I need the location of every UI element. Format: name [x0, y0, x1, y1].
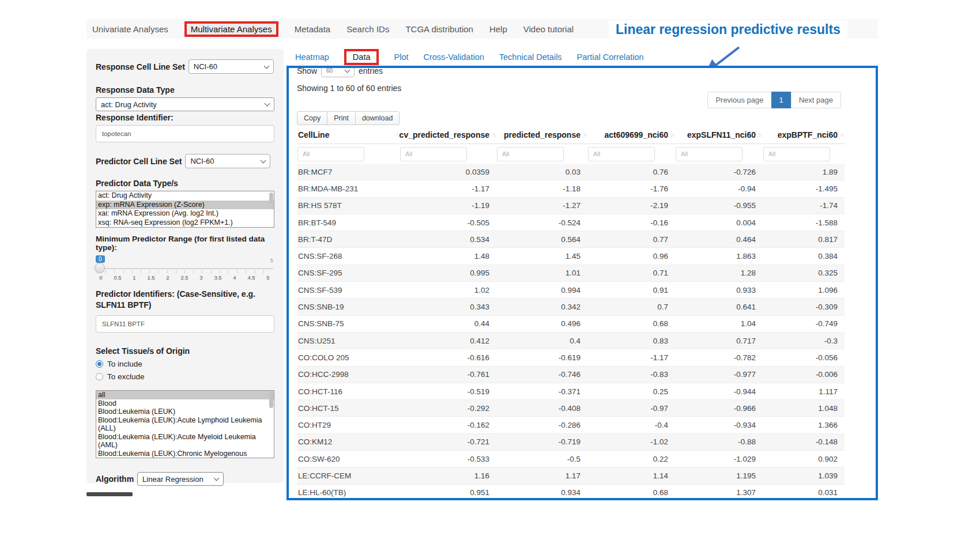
- pagination: Previous page 1 Next page: [707, 92, 841, 108]
- print-button[interactable]: Print: [327, 111, 356, 125]
- table-row[interactable]: CNS:SNB-190.3430.3420.70.641-0.309: [297, 299, 845, 315]
- listbox-option[interactable]: Blood: [96, 399, 274, 408]
- listbox-option[interactable]: Blood:Leukemia (LEUK):Chronic Myelogenou…: [96, 450, 274, 459]
- listbox-option[interactable]: xai: mRNA Expression (Avg. log2 Int.): [96, 209, 274, 218]
- table-row[interactable]: LE:HL-60(TB)0.9510.9340.681.3070.031: [297, 485, 845, 500]
- slider-tick-label: 0.5: [112, 274, 123, 281]
- listbox-option[interactable]: act: Drug Activity: [96, 191, 274, 201]
- value-cell: 0.4: [496, 337, 587, 345]
- page-length-select[interactable]: 60: [321, 66, 355, 77]
- tab-cross-validation[interactable]: Cross-Validation: [423, 52, 484, 62]
- tab-partial-correlation[interactable]: Partial Correlation: [577, 52, 644, 62]
- listbox-option[interactable]: Blood:Leukemia (LEUK):Acute Myeloid Leuk…: [96, 433, 274, 450]
- table-row[interactable]: CNS:SF-5391.020.9940.910.9331.096: [297, 282, 845, 299]
- predictor-identifiers-input[interactable]: [96, 315, 274, 333]
- tab-technical-details[interactable]: Technical Details: [499, 52, 562, 62]
- tissue-include-radio[interactable]: To include: [96, 360, 274, 368]
- table-row[interactable]: CO:SW-620-0.533-0.50.22-1.0290.902: [297, 451, 845, 467]
- table-info-text: Showing 1 to 60 of 60 entries: [297, 84, 401, 93]
- column-filter-input-act609699_nci60[interactable]: [588, 147, 655, 161]
- previous-page-button[interactable]: Previous page: [707, 92, 771, 108]
- scrollbar-thumb[interactable]: [269, 392, 273, 408]
- nav-item-multivariate-analyses[interactable]: Multivariate Analyses: [184, 21, 278, 37]
- predictor-data-types-listbox[interactable]: act: Drug Activityexp: mRNA Expression (…: [96, 191, 274, 228]
- table-row[interactable]: CNS:SF-2950.9951.010.711.280.325: [297, 265, 845, 282]
- nav-item-metadata[interactable]: Metadata: [295, 24, 331, 34]
- tissue-listbox[interactable]: allBloodBlood:Leukemia (LEUK)Blood:Leuke…: [96, 390, 274, 458]
- column-filter-input-cellline[interactable]: [297, 147, 364, 161]
- show-entries-control: Show 60 entries: [297, 66, 383, 77]
- cell-line-cell: CO:HCT-15: [297, 404, 399, 413]
- nav-item-search-ids[interactable]: Search IDs: [346, 24, 389, 34]
- nav-item-video-tutorial[interactable]: Video tutorial: [523, 24, 574, 34]
- nav-item-univariate-analyses[interactable]: Univariate Analyses: [92, 24, 168, 34]
- column-header-expslfn11_nci60[interactable]: expSLFN11_nci60↑↓: [675, 130, 763, 139]
- listbox-option[interactable]: exp: mRNA Expression (Z-Score): [96, 201, 274, 210]
- sort-icon[interactable]: ↑↓: [758, 131, 762, 138]
- value-cell: 1.17: [496, 471, 587, 480]
- column-header-expbptf_nci60[interactable]: expBPTF_nci60↑↓: [763, 130, 845, 139]
- table-row[interactable]: BR:MCF70.03590.030.76-0.7261.89: [297, 164, 845, 180]
- current-page-button[interactable]: 1: [771, 92, 791, 108]
- listbox-option[interactable]: xsq: RNA-seq Expression (log2 FPKM+1.): [96, 218, 274, 228]
- sort-icon[interactable]: ↑↓: [492, 131, 495, 138]
- table-row[interactable]: CNS:U2510.4120.40.830.717-0.3: [297, 333, 845, 349]
- response-data-type-select[interactable]: act: Drug Activity: [96, 97, 274, 111]
- results-tabbar: HeatmapDataPlotCross-ValidationTechnical…: [295, 48, 644, 66]
- column-header-predicted_response[interactable]: predicted_response↑↓: [496, 130, 587, 139]
- listbox-option[interactable]: Blood:Leukemia (LEUK): [96, 407, 274, 416]
- table-row[interactable]: BR:MDA-MB-231-1.17-1.18-1.76-0.94-1.495: [297, 180, 845, 197]
- column-filter-input-predicted_response[interactable]: [497, 147, 564, 161]
- table-row[interactable]: CO:KM12-0.721-0.719-1.02-0.88-0.148: [297, 434, 845, 451]
- min-predictor-range-slider: 0 5 00.511.522.533.544.55: [96, 255, 273, 283]
- value-cell: 0.343: [399, 303, 496, 311]
- slider-tick-labels: 00.511.522.533.544.55: [96, 274, 273, 281]
- tissue-origin-label: Select Tissue/s of Origin: [96, 346, 274, 356]
- table-row[interactable]: BR:HS 578T-1.19-1.27-2.19-0.955-1.74: [297, 198, 845, 214]
- table-row[interactable]: BR:T-47D0.5340.5640.770.4640.817: [297, 231, 845, 248]
- listbox-option[interactable]: all: [96, 391, 274, 399]
- table-row[interactable]: CO:HCT-15-0.292-0.408-0.97-0.9661.048: [297, 400, 845, 417]
- value-cell: -1.588: [763, 218, 845, 227]
- value-cell: -1.19: [399, 201, 496, 210]
- table-row[interactable]: LE:CCRF-CEM1.161.171.141.1951.039: [297, 467, 845, 484]
- column-filter-input-cv_predicted_response[interactable]: [400, 147, 467, 161]
- table-row[interactable]: BR:BT-549-0.505-0.524-0.160.004-1.588: [297, 214, 845, 231]
- table-row[interactable]: CO:HT29-0.162-0.286-0.4-0.9341.366: [297, 417, 845, 433]
- response-identifier-input[interactable]: [96, 125, 274, 142]
- column-filter-input-expbptf_nci60[interactable]: [763, 147, 830, 161]
- sort-icon[interactable]: ↑↓: [840, 131, 843, 138]
- sort-icon[interactable]: ↑↓: [670, 131, 674, 138]
- algorithm-select[interactable]: Linear Regression: [137, 472, 224, 486]
- download-button[interactable]: download: [355, 111, 400, 125]
- next-page-button[interactable]: Next page: [791, 92, 841, 108]
- value-cell: -0.726: [675, 168, 763, 176]
- tissue-exclude-radio[interactable]: To exclude: [96, 372, 274, 381]
- slider-handle[interactable]: [95, 263, 105, 273]
- listbox-option[interactable]: Blood:Leukemia (LEUK):Acute Lymphoid Leu…: [96, 416, 274, 433]
- nav-item-help[interactable]: Help: [489, 24, 507, 34]
- value-cell: 1.04: [675, 319, 763, 328]
- table-row[interactable]: CO:HCT-116-0.519-0.3710.25-0.9441.117: [297, 383, 845, 400]
- slider-track[interactable]: [96, 268, 273, 269]
- table-row[interactable]: CO:COLO 205-0.616-0.619-1.17-0.782-0.056: [297, 349, 845, 366]
- tab-plot[interactable]: Plot: [394, 52, 408, 62]
- copy-button[interactable]: Copy: [297, 111, 327, 125]
- value-cell: -1.27: [496, 201, 587, 210]
- column-header-cellline[interactable]: CellLine↑↓: [297, 130, 399, 139]
- tab-heatmap[interactable]: Heatmap: [295, 52, 329, 62]
- cell-line-cell: CO:HCC-2998: [297, 370, 399, 379]
- tab-data[interactable]: Data: [344, 49, 379, 65]
- sort-icon[interactable]: ↑↓: [583, 131, 586, 138]
- response-cell-line-set-select[interactable]: NCI-60: [189, 59, 274, 74]
- nav-item-tcga-distribution[interactable]: TCGA distribution: [405, 24, 473, 34]
- table-row[interactable]: CNS:SF-2681.481.450.961.8630.384: [297, 248, 845, 265]
- predictor-cell-line-set-select[interactable]: NCI-60: [185, 154, 270, 168]
- scrollbar-thumb[interactable]: [269, 193, 273, 204]
- value-cell: 0.76: [587, 168, 675, 176]
- column-header-act609699_nci60[interactable]: act609699_nci60↑↓: [587, 130, 675, 139]
- table-row[interactable]: CNS:SNB-750.440.4960.681.04-0.749: [297, 316, 845, 333]
- column-header-cv_predicted_response[interactable]: cv_predicted_response↑↓: [399, 130, 496, 139]
- table-row[interactable]: CO:HCC-2998-0.761-0.746-0.83-0.977-0.006: [297, 367, 845, 383]
- column-filter-input-expslfn11_nci60[interactable]: [676, 147, 742, 161]
